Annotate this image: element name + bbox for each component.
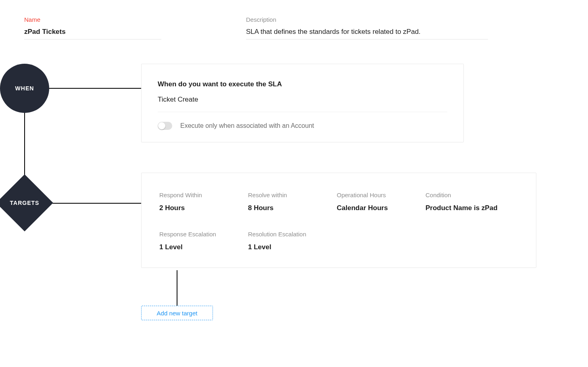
targets-grid: Respond Within 2 Hours Resolve within 8 … (159, 192, 520, 251)
resolution-escalation-label: Resolution Escalation (248, 231, 337, 238)
connector-targets-add (177, 270, 177, 306)
when-node-label: WHEN (15, 85, 34, 92)
name-field-group[interactable]: Name zPad Tickets (24, 16, 161, 40)
respond-within-label: Respond Within (159, 192, 248, 198)
targets-node[interactable]: TARGETS (0, 178, 49, 227)
response-escalation-item: Response Escalation 1 Level (159, 231, 248, 251)
connector-when-card (49, 88, 141, 89)
operational-hours-label: Operational Hours (337, 192, 425, 198)
when-card-heading: When do you want to execute the SLA (158, 80, 447, 88)
connector-targets-card (48, 203, 141, 204)
targets-card[interactable]: Respond Within 2 Hours Resolve within 8 … (141, 173, 536, 268)
resolve-within-label: Resolve within (248, 192, 337, 198)
connector-when-targets (24, 112, 25, 179)
condition-value: Product Name is zPad (425, 204, 520, 212)
respond-within-value: 2 Hours (159, 204, 248, 212)
resolution-escalation-value: 1 Level (248, 243, 337, 251)
response-escalation-value: 1 Level (159, 243, 248, 251)
targets-node-label: TARGETS (10, 200, 40, 206)
description-field-group[interactable]: Description SLA that defines the standar… (246, 16, 488, 40)
add-new-target-button[interactable]: Add new target (141, 306, 213, 320)
when-node[interactable]: WHEN (0, 64, 49, 113)
description-label: Description (246, 16, 488, 23)
add-new-target-label: Add new target (157, 310, 198, 317)
resolve-within-value: 8 Hours (248, 204, 337, 212)
name-label: Name (24, 16, 161, 23)
when-exec-value[interactable]: Ticket Create (158, 96, 447, 112)
resolve-within-item: Resolve within 8 Hours (248, 192, 337, 212)
resolution-escalation-item: Resolution Escalation 1 Level (248, 231, 337, 251)
when-card[interactable]: When do you want to execute the SLA Tick… (141, 64, 464, 142)
response-escalation-label: Response Escalation (159, 231, 248, 238)
operational-hours-item: Operational Hours Calendar Hours (337, 192, 425, 212)
account-toggle-label: Execute only when associated with an Acc… (180, 122, 314, 129)
condition-item: Condition Product Name is zPad (425, 192, 520, 212)
respond-within-item: Respond Within 2 Hours (159, 192, 248, 212)
toggle-knob (158, 122, 165, 129)
account-toggle[interactable] (158, 122, 172, 130)
name-value[interactable]: zPad Tickets (24, 28, 161, 40)
description-value[interactable]: SLA that defines the standards for ticke… (246, 28, 488, 40)
operational-hours-value: Calendar Hours (337, 204, 425, 212)
condition-label: Condition (425, 192, 520, 198)
account-toggle-row: Execute only when associated with an Acc… (158, 122, 447, 130)
header-fields: Name zPad Tickets Description SLA that d… (0, 0, 588, 40)
